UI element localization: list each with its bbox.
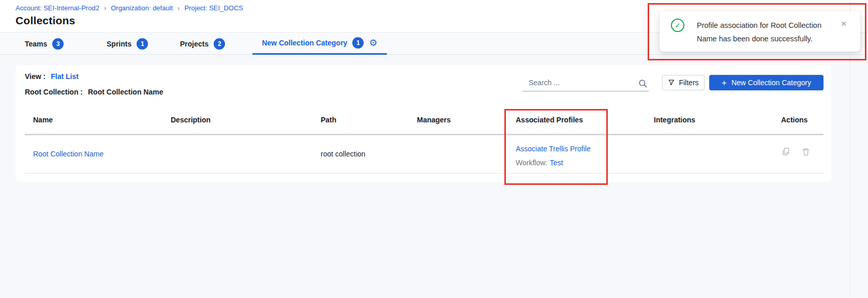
success-check-icon: ✓: [671, 19, 684, 32]
search-field: [522, 76, 649, 91]
tab-count-badge: 1: [352, 37, 364, 49]
column-header-path: Path: [321, 116, 336, 124]
tab-sprints[interactable]: Sprints 1: [107, 33, 148, 55]
column-header-description: Description: [171, 116, 211, 124]
column-header-name: Name: [33, 116, 53, 124]
column-header-integrations: Integrations: [654, 116, 695, 124]
associate-trellis-profile-link[interactable]: Associate Trellis Profile: [516, 145, 591, 153]
new-collection-category-button-label: New Collection Category: [731, 79, 811, 87]
page-title: Collections: [16, 14, 75, 27]
toast-message: Profile association for Root Collection …: [697, 19, 835, 45]
tab-count-badge: 3: [52, 38, 64, 50]
tab-count-badge: 2: [214, 38, 225, 50]
toast-message-line1: Profile association for Root Collection: [697, 19, 835, 32]
column-header-managers: Managers: [417, 116, 451, 124]
view-row: View : Flat List: [25, 72, 79, 81]
tab-new-collection-category[interactable]: New Collection Category 1 ⚙: [252, 33, 387, 55]
filters-button[interactable]: Filters: [662, 75, 705, 90]
tab-label: New Collection Category: [262, 39, 347, 47]
filter-funnel-icon: [668, 79, 675, 86]
table-header-divider: [25, 134, 824, 135]
root-collection-label: Root Collection :: [25, 88, 83, 96]
chevron-right-icon: ›: [104, 4, 106, 12]
root-collection-row: Root Collection : Root Collection Name: [25, 88, 163, 96]
workflow-cell: Workflow: Test: [516, 158, 563, 167]
view-label: View :: [25, 72, 46, 81]
copy-icon[interactable]: [781, 147, 791, 157]
breadcrumb: Account: SEI-Internal-Prod2 › Organizati…: [16, 4, 243, 12]
workflow-label: Workflow:: [516, 159, 547, 167]
success-toast: ✓ Profile association for Root Collectio…: [660, 11, 860, 52]
tab-projects[interactable]: Projects 2: [180, 33, 225, 55]
tab-label: Projects: [180, 40, 208, 48]
tab-count-badge: 1: [137, 38, 148, 50]
gear-icon[interactable]: ⚙: [369, 38, 377, 48]
tab-label: Teams: [25, 40, 47, 48]
table-row-divider: [25, 173, 824, 174]
column-header-associated-profiles: Associated Profiles: [516, 116, 583, 124]
tab-teams[interactable]: Teams 3: [25, 33, 64, 55]
close-icon[interactable]: ×: [838, 18, 849, 29]
chevron-right-icon: ›: [178, 4, 179, 12]
search-input[interactable]: [522, 76, 649, 91]
search-icon: [638, 79, 648, 88]
plus-icon: +: [722, 79, 727, 87]
flat-list-link[interactable]: Flat List: [51, 72, 79, 81]
tab-label: Sprints: [107, 40, 131, 48]
app-window: Account: SEI-Internal-Prod2 › Organizati…: [0, 0, 868, 298]
breadcrumb-item-organization[interactable]: Organization: default: [111, 4, 173, 12]
new-collection-category-button[interactable]: + New Collection Category: [709, 75, 824, 90]
collection-name-link[interactable]: Root Collection Name: [33, 150, 103, 158]
root-collection-value: Root Collection Name: [88, 88, 163, 96]
filters-button-label: Filters: [679, 79, 698, 87]
delete-icon[interactable]: [801, 147, 811, 157]
workflow-test-link[interactable]: Test: [550, 159, 563, 167]
toast-message-line2: Name has been done successfully.: [697, 32, 835, 45]
column-header-actions: Actions: [781, 116, 807, 124]
breadcrumb-item-project[interactable]: Project: SEI_DOCS: [185, 4, 243, 12]
breadcrumb-item-account[interactable]: Account: SEI-Internal-Prod2: [16, 4, 99, 12]
path-cell: root collection: [321, 150, 365, 158]
